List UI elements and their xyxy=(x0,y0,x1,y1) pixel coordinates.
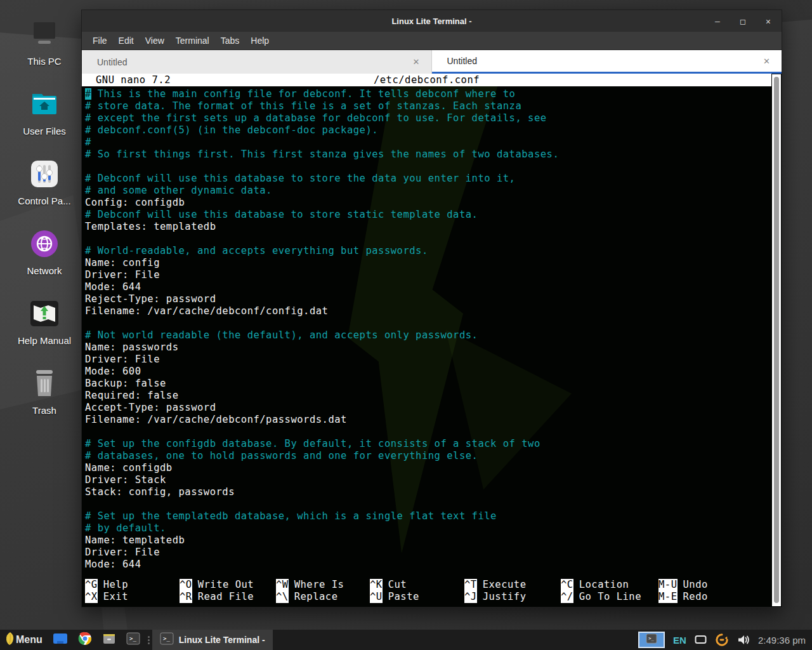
menu-item-view[interactable]: View xyxy=(140,34,170,48)
menu-item-tabs[interactable]: Tabs xyxy=(215,34,246,48)
taskbar-clock[interactable]: 2:49:36 pm xyxy=(758,635,806,646)
menu-item-help[interactable]: Help xyxy=(245,34,275,48)
shortcut-label: Where Is xyxy=(294,579,344,591)
control-panel-icon xyxy=(28,157,61,190)
nano-shortcut-redo: M-ERedo xyxy=(658,591,766,603)
shortcut-label: Help xyxy=(103,579,128,591)
nano-shortcut-row: ^XExit^RRead File^\Replace^UPaste^JJusti… xyxy=(85,591,782,603)
nano-shortcut-justify: ^JJustify xyxy=(464,591,561,603)
terminal-launcher-launcher-button[interactable]: >_ xyxy=(121,630,145,650)
nano-version: GNU nano 7.2 xyxy=(96,74,171,86)
nano-text-line: # Debconf will use this database to stor… xyxy=(85,209,770,221)
updates-tray-icon[interactable] xyxy=(715,633,729,647)
tab-close-icon[interactable]: ✕ xyxy=(413,57,420,67)
terminal-launcher-icon: >_ xyxy=(126,632,140,647)
nano-text-line: Name: configdb xyxy=(85,462,770,474)
menu-item-edit[interactable]: Edit xyxy=(113,34,140,48)
language-indicator[interactable]: EN xyxy=(673,635,686,646)
nano-text-line: Required: false xyxy=(85,390,770,402)
archive-manager-launcher-button[interactable] xyxy=(97,630,121,650)
network-icon xyxy=(28,227,61,260)
shortcut-key: ^G xyxy=(85,579,98,591)
shortcut-key: ^J xyxy=(464,591,477,603)
nano-shortcut-replace: ^\Replace xyxy=(276,591,370,603)
svg-text:>_: >_ xyxy=(648,635,654,641)
nano-file-path: /etc/debconf.conf xyxy=(374,74,480,86)
nano-titlebar: GNU nano 7.2 /etc/debconf.conf xyxy=(82,74,771,86)
taskbar-window-button[interactable]: >_Linux Lite Terminal - xyxy=(152,630,273,650)
terminal-tab-1[interactable]: Untitled✕ xyxy=(82,50,432,74)
shortcut-label: Write Out xyxy=(198,579,254,591)
nano-text-line: # Set up the configdb database. By defau… xyxy=(85,438,770,450)
nano-text-line: # Debconf will use this database to stor… xyxy=(85,173,770,185)
desktop-icon-user-files[interactable]: User Files xyxy=(11,83,77,152)
nano-blank-line xyxy=(85,426,770,438)
tab-label: Untitled xyxy=(447,56,477,66)
window-controls: – □ ✕ xyxy=(713,10,773,32)
svg-text:>_: >_ xyxy=(163,635,170,642)
terminal-tab-2[interactable]: Untitled✕ xyxy=(432,50,782,74)
window-titlebar[interactable]: Linux Lite Terminal - – □ ✕ xyxy=(82,10,782,32)
shortcut-label: Go To Line xyxy=(579,591,641,603)
scrollbar-track[interactable] xyxy=(772,74,781,606)
show-desktop-launcher-button[interactable] xyxy=(48,630,73,650)
desktop-icon-network[interactable]: Network xyxy=(11,222,77,292)
nano-text-line: Driver: File xyxy=(85,269,770,281)
nano-text-line: Backup: false xyxy=(85,378,770,390)
nano-shortcut-paste: ^UPaste xyxy=(370,591,464,603)
shortcut-key: ^R xyxy=(180,591,192,603)
nano-blank-line xyxy=(85,317,770,329)
desktop-icon-help-manual[interactable]: Help Manual xyxy=(11,292,77,362)
desktop-icon-label: This PC xyxy=(27,56,61,67)
shortcut-label: Read File xyxy=(198,591,254,603)
close-button[interactable]: ✕ xyxy=(764,17,773,26)
display-tray-icon[interactable] xyxy=(695,635,707,645)
menu-item-terminal[interactable]: Terminal xyxy=(170,34,215,48)
minimize-button[interactable]: – xyxy=(713,17,722,26)
nano-text-line: # except the first sets up a database fo… xyxy=(85,112,770,124)
shortcut-key: ^C xyxy=(561,579,573,591)
terminal-pane[interactable]: GNU nano 7.2 /etc/debconf.conf # This is… xyxy=(82,74,782,607)
nano-text-line: Mode: 644 xyxy=(85,559,770,571)
desktop-icon-control-panel[interactable]: Control Pa... xyxy=(11,152,77,222)
nano-cursor: # xyxy=(85,88,91,100)
nano-text-line: Name: config xyxy=(85,257,770,269)
shortcut-label: Exit xyxy=(103,591,128,603)
nano-text-line: # databases, one to hold passwords and o… xyxy=(85,450,770,462)
scrollbar-thumb[interactable] xyxy=(774,77,779,603)
maximize-button[interactable]: □ xyxy=(738,17,747,26)
nano-shortcut-row: ^GHelp^OWrite Out^WWhere Is^KCut^TExecut… xyxy=(85,579,782,591)
terminal-window-icon: >_ xyxy=(160,632,174,647)
desktop-icon-this-pc[interactable]: This PC xyxy=(11,13,77,83)
nano-shortcut-exit: ^XExit xyxy=(85,591,180,603)
nano-text-line: Filename: /var/cache/debconf/passwords.d… xyxy=(85,414,770,426)
nano-text-line: # by default. xyxy=(85,522,770,534)
nano-shortcut-execute: ^TExecute xyxy=(464,579,561,591)
shortcut-label: Paste xyxy=(388,591,419,603)
chrome-icon xyxy=(78,632,92,648)
tab-close-icon[interactable]: ✕ xyxy=(763,56,770,66)
menu-button[interactable]: Menu xyxy=(0,630,48,650)
archive-manager-icon xyxy=(102,632,116,647)
workspace-pager[interactable]: >_ xyxy=(638,632,665,648)
nano-text-line: Mode: 644 xyxy=(85,281,770,293)
volume-tray-icon[interactable] xyxy=(737,634,750,646)
desktop-icon-column: This PCUser FilesControl Pa...NetworkHel… xyxy=(11,13,77,432)
taskbar-separator xyxy=(145,636,152,644)
nano-text-line: Driver: File xyxy=(85,547,770,559)
desktop-icon-label: Network xyxy=(27,265,62,276)
nano-edit-area[interactable]: # This is the main config file for debco… xyxy=(82,86,782,571)
tab-label: Untitled xyxy=(97,57,127,67)
nano-text-line: # Set up the templatedb database, which … xyxy=(85,510,770,522)
chrome-launcher-button[interactable] xyxy=(73,630,97,650)
desktop-icon-trash[interactable]: Trash xyxy=(11,362,77,432)
nano-text-line: # World-readable, and accepts everything… xyxy=(85,245,770,257)
shortcut-key: M-E xyxy=(658,591,678,603)
nano-text-line: Templates: templatedb xyxy=(85,221,770,233)
nano-text-line: # debconf.conf(5) (in the debconf-doc pa… xyxy=(85,124,770,136)
user-files-icon xyxy=(28,88,61,121)
menu-item-file[interactable]: File xyxy=(87,34,113,48)
shortcut-key: ^K xyxy=(370,579,383,591)
nano-text-line: # Not world readable (the default), and … xyxy=(85,329,770,342)
shortcut-key: ^O xyxy=(180,579,192,591)
